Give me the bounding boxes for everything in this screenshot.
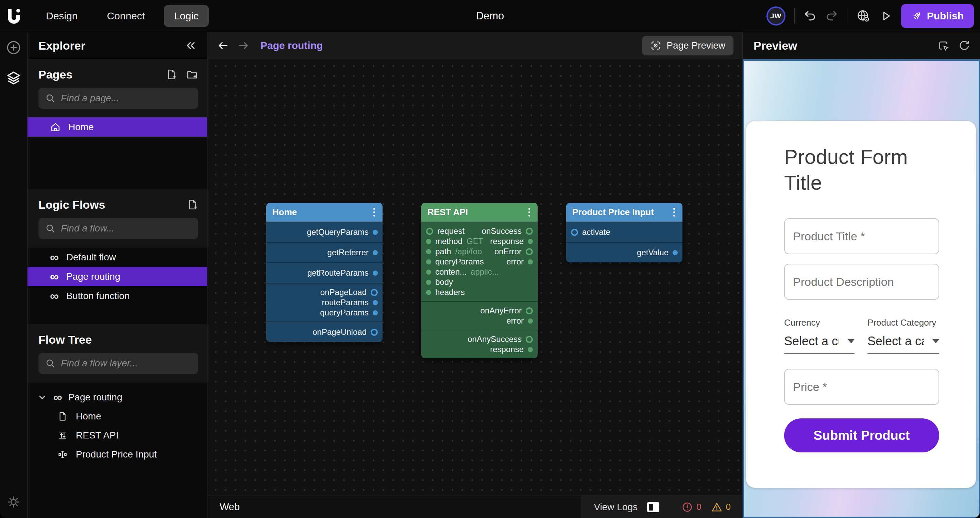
product-title-input[interactable] — [784, 218, 939, 254]
run-button[interactable] — [879, 10, 892, 22]
currency-select-value: Select a currency — [784, 334, 839, 348]
nav-forward-button[interactable] — [237, 40, 250, 52]
avatar[interactable]: JW — [767, 6, 786, 25]
output-port-icon[interactable] — [373, 230, 378, 235]
input-port-icon[interactable] — [426, 280, 431, 285]
node-menu-kebab-icon[interactable] — [527, 207, 532, 218]
node-pin-label: queryParams — [435, 257, 484, 267]
form-title: Product Form Title — [784, 144, 927, 196]
node-menu-kebab-icon[interactable] — [671, 207, 677, 218]
flow-tree-search-input[interactable] — [61, 358, 191, 369]
add-page-folder-button[interactable] — [186, 69, 198, 80]
publish-button[interactable]: Publish — [901, 4, 974, 28]
error-count: 0 — [697, 502, 701, 512]
view-logs-button[interactable]: View Logs — [594, 502, 638, 513]
refresh-icon — [958, 40, 970, 52]
output-port-icon[interactable] — [373, 310, 378, 315]
output-port-icon[interactable] — [528, 259, 533, 264]
node-home[interactable]: Home getQueryParams getReferrer — [266, 203, 383, 342]
output-port-icon[interactable] — [528, 347, 533, 352]
node-rest-api[interactable]: REST API request onSuccess methodGET res… — [421, 203, 538, 358]
node-product-price-input[interactable]: Product Price Input activate getValue — [566, 203, 682, 262]
app-settings-button[interactable] — [856, 9, 870, 23]
event-port-icon[interactable] — [526, 336, 533, 343]
logic-flows-title: Logic Flows — [38, 198, 105, 211]
node-pin-label: routeParams — [322, 298, 369, 307]
flows-search-input[interactable] — [61, 223, 191, 234]
node-pin-label: path — [435, 247, 451, 256]
tab-logic[interactable]: Logic — [164, 5, 209, 27]
pin-value: GET — [466, 237, 483, 246]
theme-toggle-button[interactable] — [6, 495, 21, 509]
output-port-icon[interactable] — [373, 270, 378, 276]
tab-connect[interactable]: Connect — [97, 5, 155, 27]
page-preview-icon — [650, 40, 661, 51]
node-pin-label: onAnyError — [480, 306, 522, 315]
home-icon — [50, 122, 61, 133]
event-port-icon[interactable] — [526, 228, 533, 235]
swap-arrows-icon — [57, 430, 68, 440]
page-preview-label: Page Preview — [667, 40, 725, 51]
output-port-icon[interactable] — [373, 250, 378, 255]
price-input[interactable] — [784, 369, 939, 405]
logs-panel-toggle-icon[interactable] — [647, 502, 659, 512]
add-button[interactable] — [6, 40, 21, 56]
flow-tree-section-header: Flow Tree — [27, 324, 207, 382]
node-pin-label: response — [490, 237, 523, 246]
plus-circle-icon — [6, 40, 21, 56]
event-port-icon[interactable] — [371, 289, 378, 296]
refresh-preview-button[interactable] — [958, 40, 970, 52]
output-port-icon[interactable] — [528, 318, 533, 324]
platform-label: Web — [220, 501, 240, 513]
inspect-element-button[interactable] — [937, 40, 950, 52]
preview-panel: Preview — [743, 32, 980, 518]
preview-viewport[interactable]: Product Form Title Currency Select a cur… — [743, 59, 980, 518]
product-description-input[interactable] — [784, 264, 939, 300]
flow-canvas[interactable]: Home getQueryParams getReferrer — [207, 59, 742, 496]
nav-back-button[interactable] — [217, 40, 229, 52]
output-port-icon[interactable] — [373, 300, 378, 305]
collapse-sidebar-button[interactable] — [185, 40, 197, 52]
warning-count-badge[interactable]: 0 — [711, 501, 731, 513]
node-title: Product Price Input — [572, 207, 654, 218]
input-port-icon[interactable] — [426, 259, 431, 264]
input-port-icon[interactable] — [426, 270, 431, 275]
tree-item-product-price-input[interactable]: Product Price Input — [27, 445, 207, 464]
flow-item-button-function[interactable]: ∞ Button function — [27, 286, 207, 305]
tree-item-page-routing[interactable]: ∞ Page routing — [27, 388, 207, 407]
tree-item-home[interactable]: Home — [27, 407, 207, 426]
undo-button[interactable] — [803, 10, 816, 22]
input-port-icon[interactable] — [426, 290, 431, 295]
app-logo-icon[interactable] — [0, 7, 27, 25]
category-select[interactable]: Select a category — [867, 334, 939, 354]
input-port-icon[interactable] — [426, 249, 431, 254]
pin-value: /api/foo — [455, 247, 482, 256]
output-port-icon[interactable] — [528, 239, 533, 244]
submit-product-button[interactable]: Submit Product — [784, 418, 939, 453]
event-port-icon[interactable] — [426, 228, 433, 235]
event-port-icon[interactable] — [526, 307, 533, 315]
input-port-icon[interactable] — [426, 239, 431, 244]
redo-button[interactable] — [825, 10, 838, 22]
add-page-button[interactable] — [165, 69, 177, 80]
node-menu-kebab-icon[interactable] — [371, 207, 377, 218]
pages-search-input[interactable] — [61, 93, 191, 104]
currency-select[interactable]: Select a currency — [784, 334, 854, 354]
flow-icon: ∞ — [50, 270, 59, 283]
add-flow-button[interactable] — [187, 199, 198, 210]
tree-item-rest-api[interactable]: REST API — [27, 426, 207, 445]
error-count-badge[interactable]: 0 — [681, 501, 701, 513]
event-port-icon[interactable] — [526, 248, 533, 255]
event-port-icon[interactable] — [371, 329, 378, 336]
explorer-toggle-button[interactable] — [5, 70, 22, 86]
flow-item-default-flow[interactable]: ∞ Default flow — [27, 248, 207, 267]
node-pin-label: getRouteParams — [307, 268, 369, 278]
page-preview-button[interactable]: Page Preview — [642, 36, 733, 56]
event-port-icon[interactable] — [571, 229, 578, 236]
node-pin-label: getReferrer — [328, 248, 369, 257]
page-item-home[interactable]: Home — [27, 117, 207, 137]
flow-item-page-routing[interactable]: ∞ Page routing — [27, 267, 207, 286]
tab-design[interactable]: Design — [36, 5, 88, 27]
breadcrumb[interactable]: Page routing — [261, 40, 323, 51]
output-port-icon[interactable] — [673, 250, 678, 255]
